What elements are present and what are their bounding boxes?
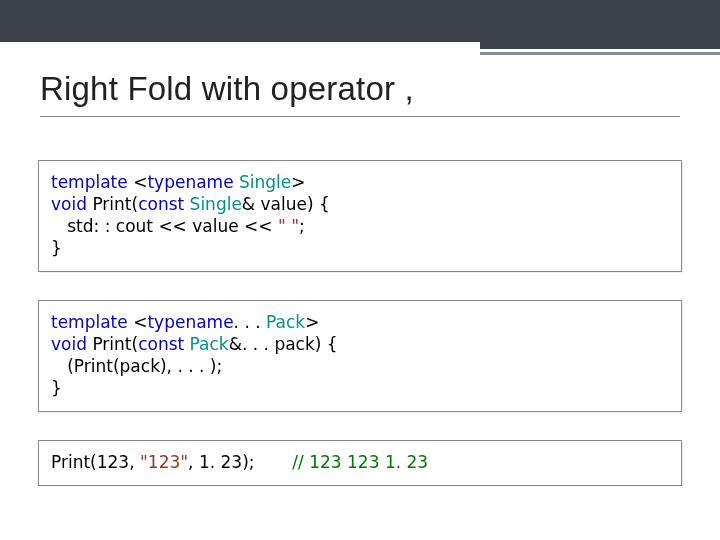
- code-token: Print(: [87, 194, 138, 214]
- header-bar-long: [480, 0, 720, 49]
- code-token: Single: [190, 194, 242, 214]
- code-line: template <typename Single>: [51, 171, 669, 193]
- code-token: Print(: [87, 334, 138, 354]
- code-token: Pack: [190, 334, 229, 354]
- code-token: <: [128, 312, 148, 332]
- code-line: void Print(const Single& value) {: [51, 193, 669, 215]
- header-bar: [0, 0, 720, 49]
- code-token: >: [305, 312, 319, 332]
- code-token: . . .: [234, 312, 266, 332]
- code-token: (Print(pack), . . . );: [51, 356, 222, 376]
- header-bar-short: [0, 0, 480, 42]
- code-token: template: [51, 312, 128, 332]
- code-block-2: template <typename. . . Pack>void Print(…: [38, 300, 682, 412]
- code-token: typename: [147, 172, 233, 192]
- code-token: }: [51, 238, 62, 258]
- code-block-3: Print(123, "123", 1. 23); // 123 123 1. …: [38, 440, 682, 486]
- code-token: const: [138, 194, 184, 214]
- code-token: }: [51, 378, 62, 398]
- code-token: <: [128, 172, 148, 192]
- code-token: void: [51, 194, 87, 214]
- code-token: Pack: [266, 312, 305, 332]
- code-token: >: [291, 172, 305, 192]
- code-line: void Print(const Pack&. . . pack) {: [51, 333, 669, 355]
- code-block-1: template <typename Single>void Print(con…: [38, 160, 682, 272]
- slide-title: Right Fold with operator ,: [40, 70, 680, 108]
- code-token: , 1. 23);: [188, 452, 292, 472]
- code-token: typename: [147, 312, 233, 332]
- code-token: " ": [278, 216, 299, 236]
- code-token: "123": [140, 452, 188, 472]
- code-token: &. . . pack) {: [229, 334, 338, 354]
- code-line: }: [51, 237, 669, 259]
- slide: Right Fold with operator , template <typ…: [0, 0, 720, 540]
- code-token: std: : cout << value <<: [51, 216, 278, 236]
- code-line: std: : cout << value << " ";: [51, 215, 669, 237]
- title-container: Right Fold with operator ,: [40, 70, 680, 117]
- code-token: void: [51, 334, 87, 354]
- code-token: ;: [299, 216, 305, 236]
- code-line: (Print(pack), . . . );: [51, 355, 669, 377]
- code-token: // 123 123 1. 23: [292, 452, 428, 472]
- code-token: Single: [239, 172, 291, 192]
- code-line: }: [51, 377, 669, 399]
- code-line: Print(123, "123", 1. 23); // 123 123 1. …: [51, 451, 669, 473]
- code-token: Print(123,: [51, 452, 140, 472]
- code-token: template: [51, 172, 128, 192]
- code-token: const: [138, 334, 184, 354]
- code-token: & value) {: [242, 194, 330, 214]
- code-line: template <typename. . . Pack>: [51, 311, 669, 333]
